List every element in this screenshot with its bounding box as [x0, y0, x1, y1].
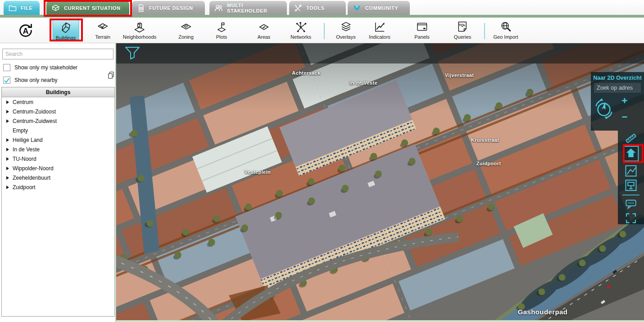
snapshot-chart-button[interactable]	[624, 164, 638, 177]
ribbon-item-terrain[interactable]: Terrain	[93, 19, 112, 41]
search-input[interactable]	[2, 49, 113, 59]
zoning-icon	[179, 20, 193, 34]
buildings-icon	[59, 21, 73, 35]
list-item-centrum[interactable]: Centrum	[2, 97, 114, 107]
tab-community[interactable]: COMMUNITY	[348, 1, 410, 15]
nearby-filter-checkbox[interactable]: Show only nearby	[3, 77, 57, 84]
auto-refresh-button[interactable]: A	[15, 21, 36, 40]
tool-divider	[622, 195, 639, 195]
map-control-panel: Naar 2D Overzicht + −	[591, 72, 644, 131]
list-item-wippolder-noord[interactable]: Wippolder-Noord	[2, 163, 114, 173]
tab-multi-stakeholder[interactable]: MULTI STAKEHOLDER	[209, 1, 287, 15]
chat-button[interactable]	[624, 198, 638, 210]
copy-clipboard-button[interactable]	[107, 71, 115, 81]
stakeholder-filter-checkbox[interactable]: Show only my stakeholder	[3, 64, 77, 71]
networks-icon	[294, 20, 308, 34]
to-2d-overview-button[interactable]: Naar 2D Overzicht	[591, 72, 644, 83]
panels-icon	[415, 20, 429, 34]
measure-ruler-button[interactable]	[624, 132, 638, 143]
ribbon-item-indicators[interactable]: Indicators	[367, 19, 392, 41]
terrain-icon	[96, 20, 109, 34]
filter-funnel-button[interactable]	[124, 45, 141, 63]
map-top-overlay-bar	[116, 43, 644, 63]
expand-arrow-icon	[6, 148, 9, 151]
ribbon-item-panels[interactable]: Panels	[413, 19, 431, 41]
street-label-zuidpoort: Zuidpoort	[476, 161, 501, 166]
list-item-centrum-zuidoost[interactable]: Centrum-Zuidoost	[2, 107, 114, 116]
box-icon	[51, 3, 60, 13]
queries-tql-icon: TQL	[456, 20, 469, 34]
overlays-icon	[339, 20, 353, 34]
clipboard-icon	[107, 71, 115, 79]
map-viewport: Achtersack In de Veste Vijverstraat Oost…	[116, 43, 644, 322]
tab-current-situation[interactable]: CURRENT SITUATION	[46, 1, 129, 15]
ribbon-label: Zoning	[178, 34, 194, 40]
areas-icon	[257, 20, 271, 34]
ribbon-item-queries[interactable]: TQL Queries	[452, 19, 473, 41]
ribbon-divider	[484, 23, 485, 39]
people-icon	[214, 3, 223, 13]
ribbon-item-geo-import[interactable]: Geo Import	[491, 19, 520, 41]
zoom-in-button[interactable]: +	[618, 95, 631, 108]
fullscreen-button[interactable]	[625, 212, 637, 224]
checkbox-label: Show only my stakeholder	[14, 64, 77, 71]
plots-icon	[215, 20, 228, 34]
ribbon-item-zoning[interactable]: Zoning	[177, 19, 195, 41]
tab-future-design[interactable]: FUTURE DESIGN	[132, 1, 205, 15]
map-bottom-edge	[116, 320, 644, 322]
expand-arrow-icon	[6, 100, 9, 104]
ribbon-item-networks[interactable]: Networks	[289, 19, 313, 41]
svg-text:A: A	[23, 27, 29, 36]
ribbon-item-overlays[interactable]: Overlays	[334, 19, 357, 41]
ribbon-label: Terrain	[95, 34, 110, 40]
home-view-button[interactable]	[622, 145, 640, 162]
street-label-achtersack: Achtersack	[292, 70, 320, 76]
tab-label: TOOLS	[306, 5, 325, 11]
ribbon-label: Geo Import	[493, 34, 518, 40]
list-item-in-de-veste[interactable]: In de Veste	[2, 145, 114, 154]
neighborhoods-icon	[133, 20, 146, 34]
ribbon-label: Panels	[414, 34, 430, 40]
ribbon-label: Plots	[216, 34, 227, 40]
list-item-heilige-land[interactable]: Heilige Land	[2, 135, 114, 145]
ribbon-label: Networks	[290, 34, 311, 40]
list-item-empty[interactable]: Empty	[2, 126, 114, 135]
address-search-input[interactable]	[594, 83, 641, 93]
tab-label: FUTURE DESIGN	[149, 5, 193, 11]
ribbon-toolbar: A Buildings Terrain Neighborhoods Zoning…	[0, 18, 644, 43]
ribbon-item-plots[interactable]: Plots	[213, 19, 230, 41]
ribbon-item-areas[interactable]: Areas	[255, 19, 272, 41]
checkbox-unchecked[interactable]	[3, 64, 10, 71]
street-label-kruisstraat: Kruisstraat	[471, 137, 499, 143]
auto-update-icon: A	[17, 22, 34, 39]
checkbox-checked[interactable]	[3, 77, 10, 84]
ribbon-item-neighborhoods[interactable]: Neighborhoods	[121, 19, 159, 41]
list-item-centrum-zuidwest[interactable]: Centrum-Zuidwest	[2, 116, 114, 126]
zoom-out-button[interactable]: −	[618, 111, 631, 124]
ribbon-item-buildings[interactable]: Buildings	[53, 20, 79, 41]
expand-arrow-icon	[6, 176, 9, 180]
list-item-zuidpoort[interactable]: Zuidpoort	[2, 182, 114, 192]
expand-arrow-icon	[6, 167, 9, 170]
expand-arrow-icon	[6, 138, 9, 142]
tab-label: COMMUNITY	[365, 5, 398, 11]
ribbon-label: Queries	[454, 34, 472, 40]
ribbon-label: Buildings	[56, 35, 76, 41]
svg-text:TQL: TQL	[459, 23, 466, 27]
expand-arrow-icon	[6, 186, 9, 189]
folder-icon	[8, 4, 17, 13]
tab-file[interactable]: FILE	[4, 1, 40, 15]
checkbox-label: Show only nearby	[14, 77, 57, 83]
billboard-button[interactable]	[624, 179, 638, 192]
geo-import-icon	[499, 20, 512, 34]
left-sidebar: Show only my stakeholder Show only nearb…	[0, 43, 116, 322]
compass-rotate-control[interactable]	[591, 95, 617, 122]
tab-label: FILE	[21, 5, 32, 11]
tab-tools[interactable]: TOOLS	[289, 1, 346, 15]
map-3d-scene[interactable]	[116, 43, 644, 322]
filter-funnel-icon	[124, 45, 141, 61]
list-item-tu-noord[interactable]: TU-Noord	[2, 154, 114, 163]
list-item-zeeheldenbuurt[interactable]: Zeeheldenbuurt	[2, 173, 114, 182]
expand-arrow-icon	[6, 110, 9, 113]
top-tab-bar: FILE CURRENT SITUATION FUTURE DESIGN MUL…	[0, 0, 644, 18]
